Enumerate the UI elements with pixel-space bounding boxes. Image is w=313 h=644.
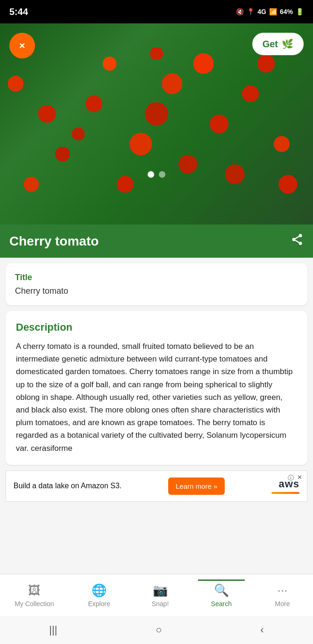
battery-icon: 🔋 <box>296 8 304 15</box>
get-label: Get <box>263 39 278 50</box>
get-button[interactable]: Get 🌿 <box>252 33 304 55</box>
android-nav: ||| ○ ‹ <box>0 616 313 644</box>
content-area: Title Cherry tomato Description A cherry… <box>0 258 313 582</box>
close-icon: × <box>19 40 25 52</box>
ad-info-icon[interactable]: ⓘ <box>288 474 294 482</box>
search-label: Search <box>211 600 232 608</box>
title-bar: Cherry tomato <box>0 224 313 258</box>
explore-label: Explore <box>88 600 110 608</box>
status-icons: 🔇 📍 4G 📶 64% 🔋 <box>236 8 304 15</box>
status-bar: 5:44 🔇 📍 4G 📶 64% 🔋 <box>0 0 313 23</box>
description-text: A cherry tomato is a rounded, small frui… <box>16 340 297 455</box>
nav-search[interactable]: 🔍 Search <box>198 579 245 611</box>
svg-point-0 <box>299 234 302 237</box>
aws-logo-area: aws <box>271 478 299 494</box>
ad-close-icon[interactable]: ✕ <box>297 474 302 481</box>
dot-2[interactable] <box>159 171 165 178</box>
ad-banner: ⓘ ✕ Build a data lake on Amazon S3. Lear… <box>6 470 307 502</box>
svg-line-4 <box>295 237 299 239</box>
my-collection-icon: 🖼 <box>28 583 40 598</box>
hero-section: × Get 🌿 <box>0 23 313 224</box>
dot-1[interactable] <box>148 171 154 178</box>
nav-my-collection[interactable]: 🖼 My Collection <box>7 579 61 611</box>
data-icon: 4G <box>257 8 266 15</box>
nav-snap[interactable]: 📷 Snap! <box>137 579 184 611</box>
svg-point-1 <box>292 238 296 241</box>
snap-icon: 📷 <box>153 583 168 598</box>
battery-label: 64% <box>280 8 293 15</box>
explore-icon: 🌐 <box>92 583 107 598</box>
description-card: Description A cherry tomato is a rounded… <box>6 311 307 465</box>
more-label: More <box>275 600 290 608</box>
nav-explore[interactable]: 🌐 Explore <box>76 579 122 611</box>
title-card: Title Cherry tomato <box>6 263 307 305</box>
close-button[interactable]: × <box>9 33 35 58</box>
plant-title: Cherry tomato <box>9 234 99 249</box>
leaf-icon: 🌿 <box>282 38 293 50</box>
ad-message: Build a data lake on Amazon S3. <box>14 482 121 490</box>
nav-more[interactable]: ··· More <box>259 579 306 611</box>
share-button[interactable] <box>291 233 304 249</box>
search-icon: 🔍 <box>214 583 229 598</box>
android-menu-button[interactable]: ||| <box>49 624 57 636</box>
bottom-nav: 🖼 My Collection 🌐 Explore 📷 Snap! 🔍 Sear… <box>0 574 313 616</box>
location-icon: 📍 <box>247 8 255 15</box>
image-dots <box>148 171 165 178</box>
android-home-button[interactable]: ○ <box>156 624 162 636</box>
more-icon: ··· <box>277 583 288 598</box>
mute-icon: 🔇 <box>236 8 244 15</box>
android-back-button[interactable]: ‹ <box>260 624 263 636</box>
snap-label: Snap! <box>152 600 169 608</box>
svg-point-2 <box>299 242 302 245</box>
svg-line-3 <box>295 240 299 243</box>
ad-text: Build a data lake on Amazon S3. <box>14 481 121 491</box>
description-heading: Description <box>16 321 297 333</box>
title-label: Title <box>15 273 298 282</box>
my-collection-label: My Collection <box>14 600 54 608</box>
status-time: 5:44 <box>9 7 28 17</box>
title-value: Cherry tomato <box>15 286 298 296</box>
aws-bar <box>271 492 299 494</box>
signal-icon: 📶 <box>269 8 277 15</box>
ad-learn-more-button[interactable]: Learn more » <box>168 478 225 495</box>
